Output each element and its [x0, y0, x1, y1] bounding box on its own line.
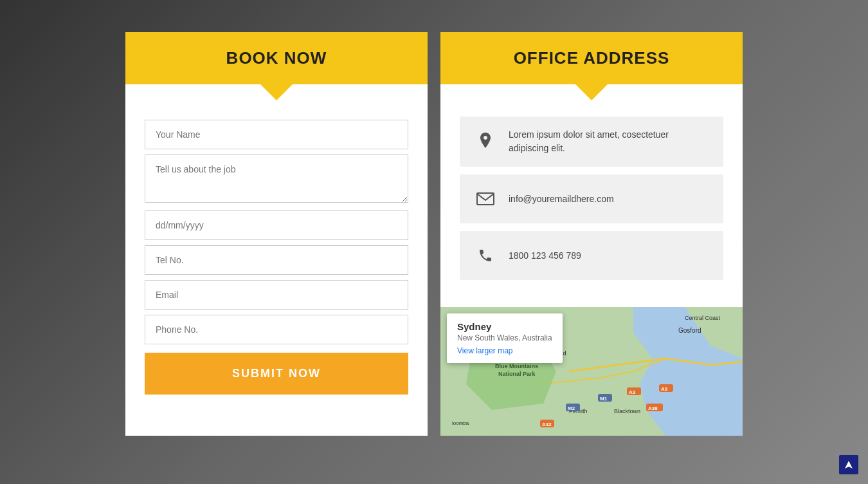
svg-text:A32: A32 — [542, 422, 552, 427]
svg-text:Blacktown: Blacktown — [614, 408, 640, 414]
view-larger-map-link[interactable]: View larger map — [457, 346, 552, 355]
map-city: Sydney — [457, 321, 552, 332]
book-now-form: SUBMIT NOW — [125, 100, 428, 420]
map-container: Blue Mountains National Park Richmond Pe… — [440, 307, 743, 436]
email-item: info@youremaildhere.com — [460, 174, 723, 223]
book-now-panel: BOOK NOW SUBMIT NOW — [125, 32, 428, 436]
navigation-arrow[interactable] — [839, 455, 858, 474]
job-textarea-wrapper — [145, 154, 408, 205]
book-now-arrow — [260, 84, 293, 100]
email-input[interactable] — [145, 280, 408, 310]
svg-text:M1: M1 — [600, 396, 608, 402]
page-container: BOOK NOW SUBMIT NOW OFFICE ADDRESS — [0, 0, 868, 436]
address-text: Lorem ipsum dolor sit amet, cosectetuer … — [509, 128, 710, 155]
office-title: OFFICE ADDRESS — [453, 48, 730, 68]
email-icon — [473, 186, 498, 212]
submit-button[interactable]: SUBMIT NOW — [145, 353, 408, 395]
phone-item: 1800 123 456 789 — [460, 231, 723, 280]
email-text: info@youremaildhere.com — [509, 192, 614, 206]
svg-text:A3: A3 — [629, 389, 636, 395]
svg-text:Central Coast: Central Coast — [685, 315, 721, 321]
map-popup: Sydney New South Wales, Australia View l… — [447, 313, 563, 363]
svg-text:Gosford: Gosford — [678, 327, 701, 334]
phone-input[interactable] — [145, 315, 408, 344]
book-now-header: BOOK NOW — [125, 32, 428, 84]
phone-icon — [473, 243, 498, 268]
svg-text:loomba: loomba — [452, 420, 469, 426]
svg-rect-0 — [477, 193, 494, 205]
svg-text:M2: M2 — [568, 405, 575, 411]
phone-text: 1800 123 456 789 — [509, 249, 581, 263]
svg-text:A9: A9 — [661, 386, 668, 392]
book-now-title: BOOK NOW — [138, 48, 415, 68]
svg-text:Blue Mountains: Blue Mountains — [495, 363, 538, 369]
office-panel: OFFICE ADDRESS Lorem ipsum dolor sit ame… — [440, 32, 743, 436]
office-header: OFFICE ADDRESS — [440, 32, 743, 84]
office-content: Lorem ipsum dolor sit amet, cosectetuer … — [440, 100, 743, 307]
location-icon — [473, 129, 498, 154]
tel-input[interactable] — [145, 245, 408, 275]
office-arrow — [575, 84, 608, 100]
job-textarea[interactable] — [145, 154, 408, 203]
name-input[interactable] — [145, 120, 408, 149]
date-input[interactable] — [145, 210, 408, 240]
address-item: Lorem ipsum dolor sit amet, cosectetuer … — [460, 116, 723, 167]
map-region: New South Wales, Australia — [457, 333, 552, 342]
svg-text:A38: A38 — [648, 405, 658, 411]
svg-text:National Park: National Park — [498, 371, 536, 377]
